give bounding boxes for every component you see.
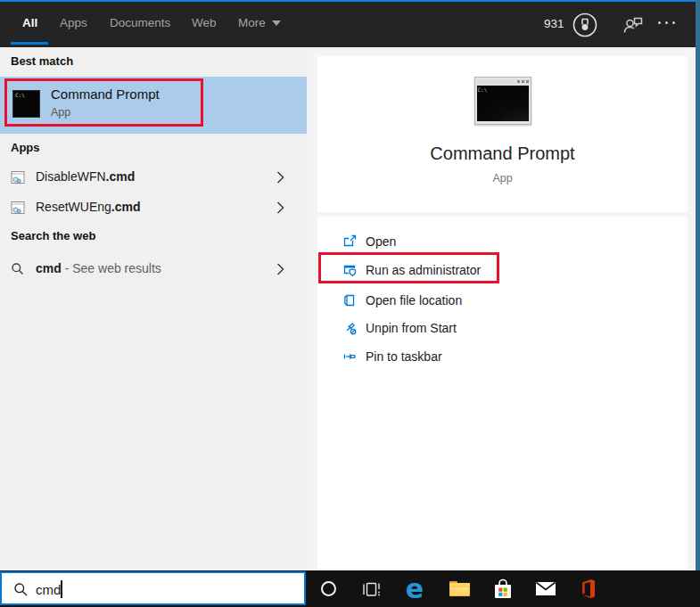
tab-apps[interactable]: Apps (60, 16, 87, 29)
file-name: DisableWFN (36, 169, 106, 184)
rewards-points-count: 931 (544, 17, 564, 30)
action-label: Unpin from Start (366, 321, 457, 335)
cmd-file-icon (11, 170, 25, 185)
edge-icon[interactable]: e (401, 570, 428, 607)
pin-icon (342, 349, 357, 364)
search-flyout-window: All Apps Documents Web More 931 Best mat… (0, 0, 700, 607)
feedback-person-icon[interactable] (622, 13, 645, 37)
icon-window-controls (517, 80, 529, 83)
cortana-icon[interactable] (317, 570, 340, 607)
window-border-right (696, 0, 700, 570)
preview-subtitle: App (492, 172, 512, 185)
file-location-icon (342, 293, 357, 308)
text-caret (61, 580, 62, 598)
search-input[interactable]: cmd (0, 571, 306, 605)
mail-icon[interactable] (533, 570, 557, 607)
preview-header-card: C:\ Command Prompt App (317, 56, 688, 212)
file-explorer-icon[interactable] (447, 570, 472, 607)
action-open-file-location[interactable]: Open file location (317, 286, 688, 315)
best-match-header: Best match (11, 54, 73, 68)
tab-more-label: More (238, 16, 266, 29)
apps-section-header: Apps (11, 141, 40, 154)
web-search-result[interactable]: cmd - See web results (0, 255, 307, 283)
tab-documents[interactable]: Documents (110, 16, 170, 29)
action-unpin-from-start[interactable]: Unpin from Start (317, 314, 688, 342)
app-result-label: DisableWFN.cmd (36, 169, 135, 184)
chevron-right-icon[interactable] (276, 263, 284, 275)
web-suffix: - See web results (62, 261, 161, 275)
file-name: ResetWUEng (36, 200, 111, 214)
web-section-header: Search the web (11, 229, 95, 242)
unpin-icon (342, 321, 357, 335)
action-open[interactable]: Open (317, 227, 688, 256)
tab-more[interactable]: More (238, 16, 281, 29)
best-match-subtitle: App (51, 106, 70, 119)
action-run-as-administrator[interactable]: Run as administrator (317, 256, 688, 284)
action-label: Run as administrator (366, 263, 481, 277)
file-match: .cmd (106, 169, 136, 184)
admin-shield-icon (342, 263, 357, 277)
chevron-down-icon (272, 21, 281, 26)
action-label: Pin to taskbar (366, 349, 442, 364)
search-icon (13, 582, 29, 597)
office-icon[interactable] (574, 570, 598, 607)
window-border-top (0, 0, 700, 2)
best-match-title: Command Prompt (51, 86, 160, 102)
tab-web[interactable]: Web (192, 16, 217, 29)
cmd-icon-text: C:\ (478, 86, 488, 93)
active-tab-underline (11, 42, 48, 45)
cmd-icon-text: C:\ (15, 92, 25, 98)
search-filter-bar: All Apps Documents Web More 931 (0, 2, 700, 47)
web-result-label: cmd - See web results (36, 261, 161, 275)
preview-title: Command Prompt (430, 144, 574, 164)
store-icon[interactable] (491, 570, 515, 607)
context-actions-card: Open Run as administrator (317, 217, 688, 569)
web-query: cmd (36, 261, 62, 275)
action-label: Open file location (366, 293, 462, 308)
file-match: .cmd (111, 200, 141, 214)
search-icon (11, 262, 25, 276)
best-match-result-command-prompt[interactable]: C:\ Command Prompt App (0, 77, 307, 134)
chevron-right-icon[interactable] (276, 201, 284, 214)
task-view-icon[interactable] (359, 570, 383, 607)
command-prompt-window-icon: C:\ (474, 77, 531, 125)
preview-panel: C:\ Command Prompt App Open (307, 47, 696, 570)
more-options-icon[interactable] (658, 21, 675, 24)
open-window-icon (342, 234, 357, 249)
command-prompt-icon: C:\ (12, 90, 40, 118)
app-result-resetwueng[interactable]: ResetWUEng.cmd (0, 193, 307, 222)
tab-all[interactable]: All (22, 16, 37, 29)
action-pin-to-taskbar[interactable]: Pin to taskbar (317, 342, 688, 371)
results-panel: Best match C:\ Command Prompt App Apps D… (0, 47, 307, 570)
rewards-medal-icon[interactable] (569, 9, 601, 41)
chevron-right-icon[interactable] (276, 171, 284, 184)
taskbar: cmd e (0, 570, 700, 607)
cmd-file-icon (11, 201, 25, 215)
app-result-disablewfn[interactable]: DisableWFN.cmd (0, 163, 307, 192)
action-label: Open (366, 234, 396, 249)
app-result-label: ResetWUEng.cmd (36, 200, 141, 214)
search-input-value: cmd (36, 582, 61, 597)
